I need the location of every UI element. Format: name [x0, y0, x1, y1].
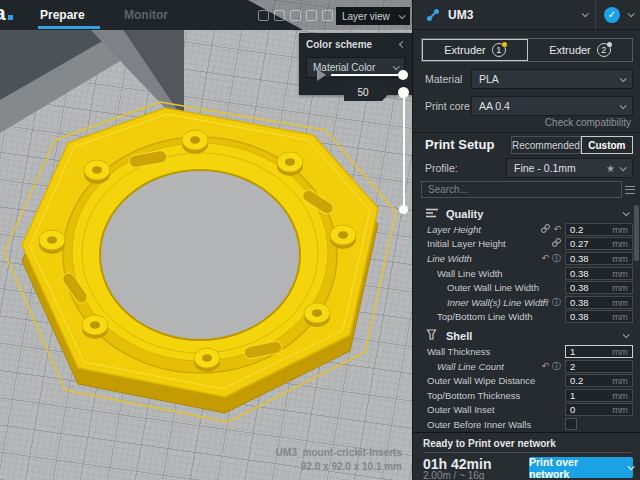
extruder-2-number: 2: [597, 43, 611, 57]
setting-value-input[interactable]: 0.2mm: [565, 223, 633, 236]
profile-dropdown[interactable]: Fine - 0.1mm ★: [506, 158, 633, 178]
view-right-icon[interactable]: [322, 10, 333, 21]
setting-unit: mm: [612, 268, 628, 279]
settings-menu-icon[interactable]: [625, 186, 635, 194]
active-tab-indicator: [38, 26, 100, 29]
info-icon[interactable]: ⓘ: [552, 296, 561, 309]
section-header-shell[interactable]: Shell: [413, 327, 640, 344]
setting-unit: mm: [612, 282, 628, 293]
link-icon[interactable]: [552, 238, 561, 249]
extruder-1-tab[interactable]: Extruder 1: [422, 39, 528, 61]
setting-row: Layer Height↶0.2mm: [413, 222, 640, 237]
shell-icon: [426, 329, 438, 342]
color-scheme-label: Color scheme: [306, 39, 400, 50]
info-icon[interactable]: ⓘ: [552, 360, 561, 373]
link-icon[interactable]: [541, 224, 550, 235]
model-dimensions: 92.0 x 92.0 x 10.1 mm: [301, 461, 402, 472]
setting-value-input[interactable]: 0.38mm: [565, 310, 633, 323]
layer-slider-top-handle[interactable]: [398, 87, 409, 98]
connection-status-icon[interactable]: ✓: [604, 7, 620, 23]
setting-label: Inner Wall(s) Line Width: [447, 297, 548, 308]
chevron-down-icon: [620, 102, 627, 109]
setting-label: Outer Wall Inset: [427, 404, 495, 415]
setting-unit: mm: [612, 224, 628, 235]
print-over-network-button[interactable]: Print over network: [529, 457, 633, 478]
machine-dropdown-chevron-icon[interactable]: [582, 10, 589, 17]
setting-label: Wall Thickness: [427, 346, 490, 357]
revert-icon[interactable]: ↶: [541, 297, 549, 307]
extruder-1-number: 1: [492, 43, 506, 57]
section-header-quality[interactable]: Quality: [413, 205, 640, 222]
view-front-icon[interactable]: [274, 10, 285, 21]
setting-value-input[interactable]: 0.38mm: [565, 296, 633, 309]
simulation-play-icon[interactable]: [317, 69, 326, 81]
recommended-button[interactable]: Recommended: [511, 136, 581, 154]
setting-value-input[interactable]: 0mm: [565, 403, 633, 416]
view-mode-dropdown[interactable]: Layer view: [336, 7, 410, 25]
setting-row: Wall Line Width0.38mm: [413, 266, 640, 281]
setting-value-input[interactable]: 0.27mm: [565, 237, 633, 250]
setting-label: Outer Wall Wipe Distance: [427, 375, 535, 386]
setting-row: Outer Wall Wipe Distance0.2mm: [413, 373, 640, 388]
setting-value-input[interactable]: 1mm: [565, 389, 633, 402]
section-title: Shell: [446, 330, 623, 342]
chevron-down-icon: [623, 209, 630, 216]
layer-slider-bottom-handle[interactable]: [399, 205, 408, 214]
search-input[interactable]: Search...: [421, 181, 622, 198]
setting-value-input[interactable]: 0.2mm: [565, 374, 633, 387]
simulation-slider-track[interactable]: [331, 74, 403, 76]
setting-row: Top/Bottom Line Width0.38mm: [413, 310, 640, 325]
material-usage-estimate: 2.00m / ~ 16g: [423, 470, 484, 480]
setting-checkbox[interactable]: [565, 418, 577, 430]
material-color-dot: [502, 42, 507, 47]
setting-row: Outer Wall Line Width0.38mm: [413, 280, 640, 295]
machine-name: UM3: [448, 8, 473, 22]
job-status: Ready to Print over network: [423, 438, 556, 449]
machine-selector-bar[interactable]: UM3 ✓: [413, 0, 640, 30]
chevron-down-icon: [393, 63, 400, 70]
chevron-down-icon: [399, 12, 406, 19]
setting-label: Wall Line Count: [437, 361, 504, 372]
cura-logo: a: [0, 1, 13, 25]
setting-row: Line Width↶ⓘ0.38mm: [413, 251, 640, 266]
extruder-2-tab[interactable]: Extruder 2: [528, 39, 632, 61]
logo-dot: [8, 15, 13, 20]
settings-scrollbar[interactable]: [634, 205, 639, 261]
setting-label: Layer Height: [427, 224, 481, 235]
print-setup-title: Print Setup: [425, 137, 494, 152]
status-dropdown-chevron-icon[interactable]: [628, 10, 635, 17]
revert-icon[interactable]: ↶: [541, 253, 549, 263]
setting-value-input[interactable]: 1mm: [565, 345, 633, 358]
view-3d-icon[interactable]: [258, 10, 269, 21]
collapse-panel-icon[interactable]: [399, 41, 406, 48]
setting-value-input[interactable]: 0.38mm: [565, 281, 633, 294]
print-core-dropdown[interactable]: AA 0.4: [471, 96, 633, 116]
setting-row: Inner Wall(s) Line Width↶ⓘ0.38mm: [413, 295, 640, 310]
view-left-icon[interactable]: [306, 10, 317, 21]
setting-label: Initial Layer Height: [427, 238, 506, 249]
setting-row: Wall Thickness1mm: [413, 344, 640, 359]
revert-icon[interactable]: ↶: [553, 224, 561, 234]
sidebar-panel: UM3 ✓ Extruder 1 Extruder 2 Material PLA…: [412, 0, 640, 480]
setting-value-input[interactable]: 0.38mm: [565, 267, 633, 280]
custom-button[interactable]: Custom: [581, 136, 633, 154]
setting-label: Outer Before Inner Walls: [427, 419, 531, 430]
camera-view-toolbar[interactable]: [258, 10, 333, 21]
section-title: Quality: [446, 208, 623, 220]
star-icon[interactable]: ★: [606, 163, 615, 174]
setting-value-input[interactable]: 2: [565, 360, 633, 373]
extruder-tabs: Extruder 1 Extruder 2: [421, 38, 633, 62]
info-icon[interactable]: ⓘ: [552, 252, 561, 265]
chevron-down-icon: [623, 331, 630, 338]
layer-slider-track[interactable]: [403, 93, 405, 211]
material-dropdown[interactable]: PLA: [471, 69, 633, 89]
view-top-icon[interactable]: [290, 10, 301, 21]
setting-value-input[interactable]: 0.38mm: [565, 252, 633, 265]
setting-label: Top/Bottom Line Width: [437, 311, 533, 322]
check-compatibility-link[interactable]: Check compatibility: [545, 117, 631, 128]
setting-unit: mm: [612, 311, 628, 322]
revert-icon[interactable]: ↶: [541, 361, 549, 371]
simulation-slider-handle[interactable]: [398, 70, 408, 80]
tab-monitor[interactable]: Monitor: [124, 0, 168, 30]
chevron-down-icon: [620, 164, 627, 171]
